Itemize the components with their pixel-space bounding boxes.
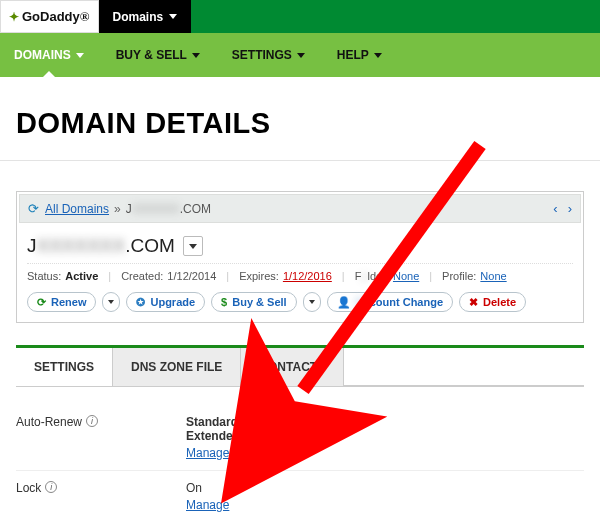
chevron-down-icon bbox=[169, 14, 177, 19]
auto-renew-label: Auto-Renew bbox=[16, 415, 82, 429]
profile-link[interactable]: None bbox=[480, 270, 506, 282]
domain-panel: ⟳ All Domains » JXXXXXX.COM ‹ › JXXXXXXX… bbox=[16, 191, 584, 323]
settings-panel: Auto-Renew i Standard: Off Extended: Off… bbox=[0, 387, 600, 521]
auto-renew-extended-value: Off bbox=[247, 429, 263, 443]
created-label: Created: bbox=[121, 270, 163, 282]
renew-button[interactable]: ⟳Renew bbox=[27, 292, 96, 312]
folder-label: Folder: bbox=[355, 270, 389, 282]
prev-domain-icon[interactable]: ‹ bbox=[553, 201, 557, 216]
tabs: SETTINGS DNS ZONE FILE CONTACTS bbox=[16, 345, 584, 387]
setting-lock: Lock i On Manage bbox=[16, 471, 584, 521]
account-change-button[interactable]: 👤Account Change bbox=[327, 292, 453, 312]
chevron-down-icon bbox=[297, 53, 305, 58]
domain-dropdown-button[interactable] bbox=[183, 236, 203, 256]
folder-link[interactable]: None bbox=[393, 270, 419, 282]
breadcrumb-separator: » bbox=[114, 202, 121, 216]
expires-label: Expires: bbox=[239, 270, 279, 282]
status-value: Active bbox=[65, 270, 98, 282]
buy-sell-dropdown[interactable] bbox=[303, 292, 321, 312]
tab-settings[interactable]: SETTINGS bbox=[16, 348, 113, 386]
top-nav-domains[interactable]: Domains bbox=[99, 0, 192, 33]
chevron-down-icon bbox=[374, 53, 382, 58]
chevron-down-icon bbox=[76, 53, 84, 58]
divider bbox=[0, 160, 600, 161]
page-title: DOMAIN DETAILS bbox=[0, 77, 600, 160]
upgrade-button[interactable]: ✪Upgrade bbox=[126, 292, 205, 312]
delete-button[interactable]: ✖Delete bbox=[459, 292, 526, 312]
renew-icon: ⟳ bbox=[37, 296, 46, 309]
tab-dns-zone-file[interactable]: DNS ZONE FILE bbox=[113, 348, 241, 386]
delete-icon: ✖ bbox=[469, 296, 478, 309]
info-icon[interactable]: i bbox=[45, 481, 57, 493]
logo-text: GoDaddy bbox=[22, 9, 80, 24]
setting-auto-renew: Auto-Renew i Standard: Off Extended: Off… bbox=[16, 405, 584, 471]
profile-label: Profile: bbox=[442, 270, 476, 282]
renew-dropdown[interactable] bbox=[102, 292, 120, 312]
buy-sell-button[interactable]: $Buy & Sell bbox=[211, 292, 297, 312]
domain-meta: Status: Active | Created: 1/12/2014 | Ex… bbox=[17, 264, 583, 292]
top-bar: ✦ GoDaddy® Domains bbox=[0, 0, 600, 33]
lock-manage-link[interactable]: Manage bbox=[186, 498, 229, 512]
chevron-down-icon bbox=[192, 53, 200, 58]
chevron-down-icon bbox=[309, 300, 315, 304]
nav-help[interactable]: HELP bbox=[331, 33, 388, 77]
next-domain-icon[interactable]: › bbox=[568, 201, 572, 216]
auto-renew-manage-link[interactable]: Manage bbox=[186, 446, 263, 460]
tab-contacts[interactable]: CONTACTS bbox=[241, 348, 344, 386]
godaddy-logo[interactable]: ✦ GoDaddy® bbox=[0, 0, 99, 33]
main-nav: DOMAINS BUY & SELL SETTINGS HELP bbox=[0, 33, 600, 77]
domain-name: JXXXXXXX.COM bbox=[27, 235, 175, 257]
nav-buy-sell[interactable]: BUY & SELL bbox=[110, 33, 206, 77]
lock-value: On bbox=[186, 481, 229, 495]
breadcrumb-all-domains[interactable]: All Domains bbox=[45, 202, 109, 216]
breadcrumb: ⟳ All Domains » JXXXXXX.COM ‹ › bbox=[19, 194, 581, 223]
breadcrumb-current: JXXXXXX.COM bbox=[126, 202, 211, 216]
action-pills: ⟳Renew ✪Upgrade $Buy & Sell 👤Account Cha… bbox=[17, 292, 583, 322]
created-value: 1/12/2014 bbox=[167, 270, 216, 282]
expires-link[interactable]: 1/12/2016 bbox=[283, 270, 332, 282]
upgrade-icon: ✪ bbox=[136, 296, 145, 309]
auto-renew-standard-value: Off bbox=[245, 415, 261, 429]
nav-domains[interactable]: DOMAINS bbox=[8, 33, 90, 77]
nav-settings[interactable]: SETTINGS bbox=[226, 33, 311, 77]
refresh-icon[interactable]: ⟳ bbox=[28, 201, 39, 216]
person-icon: 👤 bbox=[337, 296, 351, 309]
status-label: Status: bbox=[27, 270, 61, 282]
logo-icon: ✦ bbox=[9, 10, 19, 24]
lock-label: Lock bbox=[16, 481, 41, 495]
info-icon[interactable]: i bbox=[86, 415, 98, 427]
chevron-down-icon bbox=[108, 300, 114, 304]
dollar-icon: $ bbox=[221, 296, 227, 308]
chevron-down-icon bbox=[189, 244, 197, 249]
